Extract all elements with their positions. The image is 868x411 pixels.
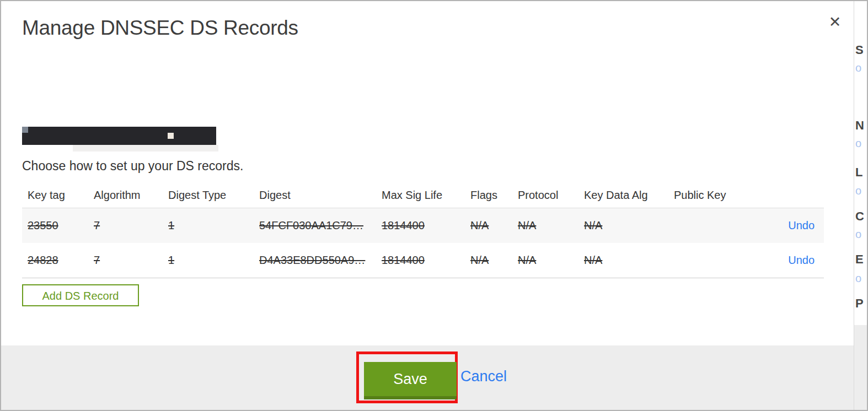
column-header-algorithm: Algorithm xyxy=(94,183,168,208)
cell-flags: N/A xyxy=(470,243,518,278)
background-text-fragment: o xyxy=(855,272,861,285)
background-text-fragment: E xyxy=(855,252,864,267)
censored-domain-name xyxy=(22,127,216,145)
cell-max-sig-life: 1814400 xyxy=(382,243,470,278)
subtitle-text: Choose how to set up your DS records. xyxy=(22,159,243,174)
column-header-digest-type: Digest Type xyxy=(168,183,259,208)
cell-key-tag: 24828 xyxy=(22,243,94,278)
background-text-fragment: P xyxy=(855,296,864,311)
column-header-key-data-alg: Key Data Alg xyxy=(584,183,674,208)
column-header-public-key: Public Key xyxy=(674,183,757,208)
cell-key-data-alg: N/A xyxy=(584,243,674,278)
add-ds-record-button[interactable]: Add DS Record xyxy=(22,284,139,306)
column-header-key-tag: Key tag xyxy=(22,183,94,208)
column-header-max-sig-life: Max Sig Life xyxy=(382,183,470,208)
cell-protocol: N/A xyxy=(518,208,584,243)
annotation-rectangle: Save xyxy=(356,351,458,403)
cell-digest: 54FCF030AA1C79… xyxy=(259,208,382,243)
cell-algorithm: 7 xyxy=(94,243,168,278)
cell-digest-type: 1 xyxy=(168,243,259,278)
cell-max-sig-life: 1814400 xyxy=(382,208,470,243)
column-header-flags: Flags xyxy=(470,183,518,208)
table-row: 23550 7 1 54FCF030AA1C79… 1814400 N/A N/… xyxy=(22,208,824,243)
table-header-row: Key tag Algorithm Digest Type Digest Max… xyxy=(22,183,824,208)
close-icon[interactable]: ✕ xyxy=(825,12,845,32)
undo-link[interactable]: Undo xyxy=(788,254,815,266)
cell-flags: N/A xyxy=(470,208,518,243)
cell-protocol: N/A xyxy=(518,243,584,278)
undo-link[interactable]: Undo xyxy=(788,219,815,231)
cell-public-key xyxy=(674,243,757,278)
background-text-fragment: o xyxy=(855,228,861,241)
censored-domain-shadow xyxy=(73,145,218,152)
cell-digest-type: 1 xyxy=(168,208,259,243)
cell-key-data-alg: N/A xyxy=(584,208,674,243)
modal-footer: Save Cancel xyxy=(1,345,854,410)
cell-public-key xyxy=(674,208,757,243)
column-header-actions xyxy=(757,183,824,208)
background-text-fragment: o xyxy=(855,62,861,74)
background-text-fragment: o xyxy=(855,137,861,150)
background-page-edge: SoNoLoCoEoP xyxy=(854,1,867,410)
cancel-link[interactable]: Cancel xyxy=(460,368,507,385)
background-text-fragment: N xyxy=(855,118,864,133)
background-page-footer-edge xyxy=(854,325,867,410)
manage-dnssec-modal: Manage DNSSEC DS Records ✕ Choose how to… xyxy=(1,1,854,410)
background-text-fragment: o xyxy=(855,185,861,197)
ds-records-table: Key tag Algorithm Digest Type Digest Max… xyxy=(22,183,824,278)
background-text-fragment: S xyxy=(855,43,864,57)
cell-digest: D4A33E8DD550A9… xyxy=(259,243,382,278)
save-button[interactable]: Save xyxy=(364,362,457,399)
screenshot-root: Manage DNSSEC DS Records ✕ Choose how to… xyxy=(0,0,868,411)
background-text-fragment: C xyxy=(855,209,864,224)
column-header-protocol: Protocol xyxy=(518,183,584,208)
background-text-fragment: L xyxy=(855,165,862,180)
cell-algorithm: 7 xyxy=(94,208,168,243)
table-row: 24828 7 1 D4A33E8DD550A9… 1814400 N/A N/… xyxy=(22,243,824,278)
column-header-digest: Digest xyxy=(259,183,382,208)
cell-key-tag: 23550 xyxy=(22,208,94,243)
page-title: Manage DNSSEC DS Records xyxy=(22,17,298,40)
